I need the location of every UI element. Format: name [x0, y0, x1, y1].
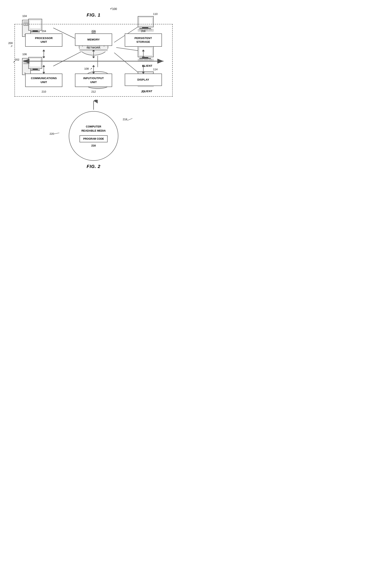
arrow-to-media [8, 100, 179, 110]
memory-box: MEMORY [75, 33, 112, 46]
ref-100-arrow: ↙ [110, 7, 113, 10]
fig2-outer: ↗ 200 204 PROCESSORUNIT 206 MEMORY [8, 24, 179, 169]
ref-110: 110 [137, 12, 157, 15]
ref-206: 206 [75, 30, 112, 33]
page: 100 ↙ 104 SERVER 106 [0, 0, 187, 182]
svg-line-77 [54, 133, 59, 134]
bottom-arrows [19, 65, 168, 74]
ref-214: 214 [125, 90, 162, 93]
ref-218: 218 [123, 118, 127, 121]
comm-unit-box: COMMUNICATIONSUNIT [25, 74, 62, 87]
top-arrows [19, 50, 168, 58]
ref-200: 200 [8, 42, 13, 45]
ref-104: 104 [22, 14, 44, 18]
ref-220-arrow [54, 132, 60, 136]
ref-210: 210 [25, 90, 62, 93]
persistent-storage-label: PERSISTENTSTORAGE [135, 36, 152, 44]
memory-label: MEMORY [87, 38, 100, 42]
ref-202-arrow: ↗ [13, 61, 15, 63]
fig2-dashed-box: 204 PROCESSORUNIT 206 MEMORY 208 PERSIST… [14, 24, 173, 97]
display-label: DISPLAY [137, 78, 149, 82]
arrow-storage-bus [125, 50, 162, 58]
memory-group: 206 MEMORY [75, 30, 112, 46]
ref-208: 208 [125, 30, 162, 33]
arrow-bus-display [125, 65, 162, 74]
persistent-storage-group: 208 PERSISTENTSTORAGE [125, 30, 162, 47]
bus-svg [19, 58, 168, 64]
ref-200-arrow: ↗ [10, 45, 13, 48]
display-group: DISPLAY [125, 74, 162, 86]
ref-220: 220 [50, 132, 54, 135]
arrow-bus-comm [25, 65, 62, 74]
processor-unit-group: 204 PROCESSORUNIT [25, 30, 62, 47]
io-unit-label: INPUT/OUTPUTUNIT [83, 76, 104, 84]
ref-218-arrow [127, 117, 133, 122]
double-arrow-5 [91, 65, 97, 74]
bottom-component-row: COMMUNICATIONSUNIT INPUT/OUTPUTUNIT DISP… [19, 74, 168, 87]
ref-202: 202 [15, 58, 20, 61]
persistent-storage-box: PERSISTENTSTORAGE [125, 33, 162, 47]
double-arrow-4 [41, 65, 47, 74]
program-code-label: PROGRAM CODE [83, 137, 104, 140]
comm-unit-group: COMMUNICATIONSUNIT [25, 74, 62, 87]
double-arrow-3 [140, 50, 146, 58]
io-unit-group: INPUT/OUTPUTUNIT [75, 74, 112, 87]
double-arrow-1 [41, 50, 47, 58]
program-code-box: PROGRAM CODE [80, 135, 108, 142]
ref-100: 100 [112, 7, 117, 10]
bus-container: 202 ↗ [19, 58, 168, 64]
ref-218-group: 218 [123, 117, 133, 122]
bottom-refs-row: 210 212 214 [19, 90, 168, 93]
comm-unit-label: COMMUNICATIONSUNIT [31, 76, 57, 84]
media-circle-text: COMPUTERREADABLE MEDIA [81, 125, 106, 133]
processor-unit-box: PROCESSORUNIT [25, 33, 62, 47]
arrow-processor-bus [25, 50, 62, 58]
processor-unit-label: PROCESSORUNIT [35, 36, 53, 44]
double-arrow-6 [140, 65, 146, 74]
media-circle: COMPUTERREADABLE MEDIA PROGRAM CODE 216 [69, 111, 118, 161]
ref-216: 216 [91, 144, 96, 147]
io-unit-box: INPUT/OUTPUTUNIT [75, 74, 112, 87]
arrow-memory-bus [75, 50, 112, 58]
media-circle-section: 218 220 COMPUTERREADABLE MEDIA PROGRAM C… [8, 111, 179, 161]
display-box: DISPLAY [125, 74, 162, 86]
down-arrow-svg [9, 100, 178, 110]
top-component-row: 204 PROCESSORUNIT 206 MEMORY 208 PERSIST… [19, 30, 168, 47]
arrow-bus-io [75, 65, 112, 74]
ref-212: 212 [75, 90, 112, 93]
ref-220-group: 220 [50, 132, 60, 136]
svg-line-76 [127, 118, 132, 120]
ref-204: 204 [25, 30, 62, 33]
fig2-title: FIG. 2 [8, 164, 179, 169]
double-arrow-2 [91, 50, 97, 58]
